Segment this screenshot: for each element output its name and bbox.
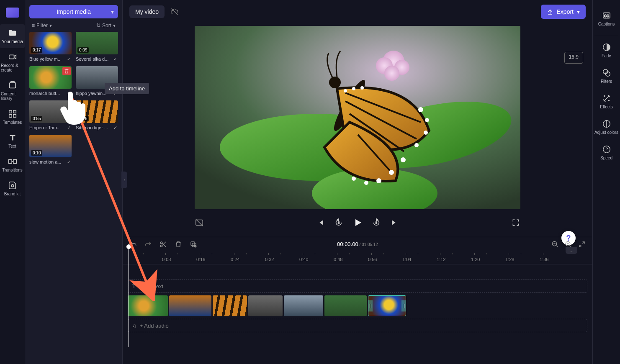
filters-icon <box>602 68 611 77</box>
fullscreen-button[interactable] <box>511 218 520 227</box>
timeline-clip[interactable] <box>324 295 367 316</box>
nav-library[interactable]: Content library <box>0 77 25 105</box>
media-item[interactable]: 0:10slow motion a...✓ <box>29 135 72 165</box>
sort-button[interactable]: ⇅ Sort ▾ <box>96 23 116 28</box>
rail-speed[interactable]: Speed <box>594 140 618 165</box>
nav-text[interactable]: Text <box>0 129 25 153</box>
media-name: hippo yawnin... <box>76 91 106 96</box>
svg-rect-4 <box>13 110 15 113</box>
left-nav: Your mediaRecord & createContent library… <box>0 0 25 364</box>
filter-button[interactable]: ≡ Filter ▾ <box>32 23 52 28</box>
ruler-tick: 1:28 <box>504 253 514 264</box>
zoom-in-button[interactable] <box>565 241 572 248</box>
sort-icon: ⇅ <box>96 23 100 28</box>
timeline-ruler[interactable]: 0:080:160:240:320:400:480:561:041:121:20… <box>123 253 592 264</box>
timeline-clip[interactable] <box>284 295 323 316</box>
svg-rect-5 <box>9 115 11 117</box>
media-item[interactable]: monarch butt...✓ <box>29 66 72 96</box>
forward-5-button[interactable]: 5 <box>372 218 381 227</box>
svg-point-21 <box>425 118 429 122</box>
chevron-down-icon: ▾ <box>577 8 580 15</box>
split-button[interactable] <box>160 241 167 248</box>
app-logo <box>6 8 19 18</box>
ruler-tick: 0:56 <box>366 253 377 264</box>
rail-filters[interactable]: Filters <box>594 63 618 89</box>
media-item[interactable]: 0:17Blue yellow m...✓ <box>29 32 72 62</box>
fit-timeline-button[interactable] <box>578 241 586 248</box>
svg-point-30 <box>352 87 355 90</box>
svg-point-23 <box>414 143 419 147</box>
media-panel: Import media ▾ ≡ Filter ▾ ⇅ Sort ▾ 0:17B… <box>25 0 123 364</box>
delete-media-button[interactable] <box>62 67 71 75</box>
svg-rect-2 <box>10 82 14 83</box>
play-button[interactable] <box>352 218 363 228</box>
upload-icon <box>547 8 553 15</box>
project-title[interactable]: My video <box>129 5 165 18</box>
svg-point-29 <box>344 89 347 92</box>
media-name: Siberian tiger ... <box>76 125 108 130</box>
video-preview[interactable] <box>195 26 520 209</box>
effects-icon <box>602 94 611 103</box>
media-item[interactable]: 0:16Siberian tiger ...✓ <box>76 100 118 131</box>
rail-adjust[interactable]: Adjust colors <box>594 114 618 140</box>
svg-rect-6 <box>13 115 15 117</box>
ruler-tick: 0:40 <box>298 253 308 264</box>
media-name: Emperor Tam... <box>29 125 61 130</box>
redo-button[interactable] <box>144 241 152 248</box>
rail-fade[interactable]: Fade <box>594 38 618 63</box>
ruler-tick: 0:16 <box>195 253 205 264</box>
rewind-5-button[interactable]: 5 <box>334 218 343 227</box>
zoom-out-button[interactable] <box>551 241 559 248</box>
text-track[interactable]: T + Add text <box>128 279 587 293</box>
templates-icon <box>8 109 17 118</box>
nav-camera[interactable]: Record & create <box>0 48 25 77</box>
timeline-clip[interactable] <box>213 295 247 316</box>
timeline-clip[interactable] <box>248 295 283 316</box>
check-icon: ✓ <box>66 159 72 165</box>
svg-text:CC: CC <box>604 14 609 18</box>
timeline-playhead[interactable] <box>129 247 129 347</box>
audio-track[interactable]: ♫ + Add audio <box>128 319 587 332</box>
check-icon: ✓ <box>112 125 118 131</box>
rail-effects[interactable]: Effects <box>594 89 618 114</box>
right-rail: CCCaptionsFadeFiltersEffectsAdjust color… <box>592 0 620 364</box>
timeline-timecode: 00:00.00 / 01:05.12 <box>337 241 378 247</box>
prev-frame-button[interactable] <box>316 218 325 227</box>
nav-folder[interactable]: Your media <box>0 24 25 48</box>
import-media-button[interactable]: Import media ▾ <box>29 5 118 18</box>
next-frame-button[interactable] <box>390 218 399 227</box>
media-name: slow motion a... <box>29 159 61 164</box>
svg-rect-37 <box>191 242 195 246</box>
media-thumbnail: 0:09 <box>76 32 118 54</box>
aspect-ratio-button[interactable]: 16:9 <box>564 52 583 64</box>
delete-button[interactable] <box>175 241 182 248</box>
media-duration: 0:09 <box>77 47 89 53</box>
timeline-clip[interactable] <box>368 295 406 316</box>
safe-zone-icon[interactable] <box>195 218 204 227</box>
preview-image <box>195 26 520 209</box>
nav-brand[interactable]: Brand kit <box>0 177 25 200</box>
ruler-tick: 0:24 <box>229 253 239 264</box>
nav-transitions[interactable]: Transitions <box>0 153 25 177</box>
media-name: Blue yellow m... <box>29 56 62 62</box>
cloud-off-icon[interactable] <box>170 8 179 16</box>
video-track[interactable] <box>128 295 587 316</box>
chevron-down-icon: ▾ <box>111 8 114 15</box>
nav-templates[interactable]: Templates <box>0 105 25 129</box>
timeline-clip[interactable] <box>169 295 211 316</box>
fade-icon <box>602 43 611 52</box>
media-item[interactable]: 0:09Several sika d...✓ <box>76 32 118 62</box>
media-item[interactable]: 0:55Emperor Tam...✓ <box>29 100 72 131</box>
duplicate-button[interactable] <box>190 241 197 248</box>
svg-point-17 <box>384 66 399 81</box>
svg-point-26 <box>376 178 381 183</box>
check-icon: ✓ <box>66 56 72 62</box>
rail-captions[interactable]: CCCaptions <box>594 6 618 35</box>
svg-rect-7 <box>8 159 11 163</box>
svg-text:5: 5 <box>338 221 340 224</box>
main-area: My video Export ▾ 16:9 <box>123 0 592 364</box>
media-thumbnail: 0:10 <box>29 135 72 157</box>
export-button[interactable]: Export ▾ <box>541 5 586 19</box>
timeline[interactable]: 0:080:160:240:320:400:480:561:041:121:20… <box>123 251 592 364</box>
timeline-clip[interactable] <box>128 295 168 316</box>
